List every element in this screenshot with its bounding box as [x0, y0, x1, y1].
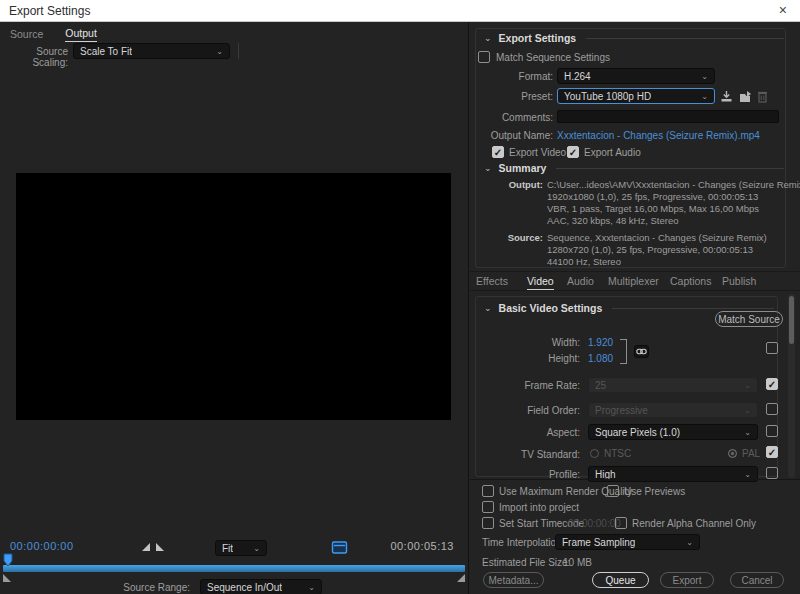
range-end-handle[interactable]	[457, 574, 465, 582]
source-scaling-dropdown[interactable]: Scale To Fit ⌄	[73, 43, 230, 59]
output-name-link[interactable]: Xxxtentacion - Changes (Seizure Remix).m…	[557, 130, 760, 141]
chevron-down-icon: ⌄	[744, 428, 751, 437]
save-preset-icon[interactable]	[720, 90, 733, 105]
width-height-checkbox[interactable]	[766, 342, 778, 354]
frame-rate-value: 25	[595, 380, 606, 391]
chevron-down-icon: ⌄	[686, 538, 693, 547]
preset-dropdown[interactable]: YouTube 1080p HD ⌄	[557, 88, 715, 104]
match-source-button[interactable]: Match Source	[715, 311, 783, 327]
chevron-down-icon: ⌄	[701, 92, 708, 101]
in-out-markers	[142, 543, 164, 551]
summary-line: VBR, 1 pass, Target 16,00 Mbps, Max 16,0…	[547, 203, 800, 215]
profile-checkbox[interactable]	[766, 467, 778, 479]
current-timecode[interactable]: 00:00:00:00	[10, 540, 74, 552]
set-start-timecode-checkbox[interactable]	[482, 517, 494, 529]
pal-radio-group[interactable]: PAL	[728, 448, 760, 459]
tab-captions[interactable]: Captions	[670, 275, 711, 289]
estimated-file-size-value: 10 MB	[563, 557, 592, 568]
export-audio-label: Export Audio	[584, 147, 641, 158]
field-order-checkbox[interactable]	[766, 403, 778, 415]
tab-source[interactable]: Source	[10, 28, 43, 42]
summary-line: 44100 Hz, Stereo	[547, 256, 767, 268]
format-label: Format:	[475, 71, 553, 82]
preview-panel: Source Output Source Scaling: Scale To F…	[0, 22, 469, 594]
chevron-down-icon: ⌄	[216, 47, 223, 56]
export-button[interactable]: Export	[660, 572, 714, 588]
width-value[interactable]: 1.920	[588, 337, 613, 348]
dimension-bracket	[620, 339, 627, 364]
close-icon[interactable]: ×	[779, 2, 787, 18]
window-title: Export Settings	[9, 4, 90, 18]
tab-output[interactable]: Output	[65, 27, 97, 42]
ntsc-radio[interactable]	[590, 449, 599, 458]
comments-input[interactable]	[557, 110, 779, 123]
header-rule	[612, 308, 774, 309]
collapse-icon[interactable]: ⌄	[484, 33, 492, 43]
field-order-label: Field Order:	[500, 405, 580, 416]
match-sequence-label: Match Sequence Settings	[496, 52, 610, 63]
render-alpha-checkbox[interactable]	[615, 517, 627, 529]
tab-multiplexer[interactable]: Multiplexer	[608, 275, 659, 289]
collapse-icon[interactable]: ⌄	[484, 163, 492, 173]
tab-video[interactable]: Video	[527, 275, 554, 290]
summary-line: 1280x720 (1,0), 25 fps, Progressive, 00:…	[547, 244, 767, 256]
basic-video-settings-title: Basic Video Settings	[499, 302, 603, 314]
frame-rate-checkbox[interactable]	[766, 378, 778, 390]
collapse-icon[interactable]: ⌄	[484, 303, 492, 313]
summary-output-label: Output:	[475, 179, 543, 190]
link-dimensions-toggle[interactable]	[634, 345, 649, 358]
delete-preset-icon[interactable]	[757, 90, 768, 105]
timeline-scrubber[interactable]	[3, 565, 465, 572]
use-previews-label: Use Previews	[624, 486, 685, 497]
source-range-dropdown[interactable]: Sequence In/Out ⌄	[200, 579, 322, 594]
ntsc-radio-group[interactable]: NTSC	[590, 448, 631, 459]
time-interpolation-value: Frame Sampling	[562, 537, 635, 548]
summary-source-label: Source:	[475, 232, 543, 243]
chevron-down-icon: ⌄	[744, 470, 751, 479]
use-max-render-checkbox[interactable]	[482, 485, 494, 497]
time-interpolation-label: Time Interpolation:	[482, 537, 564, 548]
cancel-button[interactable]: Cancel	[730, 572, 784, 588]
set-out-point-icon[interactable]	[156, 543, 164, 551]
frame-rate-label: Frame Rate:	[500, 380, 580, 391]
metadata-button[interactable]: Metadata...	[483, 572, 544, 588]
time-interpolation-dropdown[interactable]: Frame Sampling ⌄	[555, 534, 700, 550]
start-timecode-value: 00:00:00:00	[568, 518, 621, 529]
aspect-dropdown[interactable]: Square Pixels (1.0) ⌄	[588, 424, 758, 440]
aspect-checkbox[interactable]	[766, 425, 778, 437]
scrollbar-thumb[interactable]	[789, 296, 794, 344]
divider	[470, 479, 800, 480]
preset-value: YouTube 1080p HD	[564, 91, 651, 102]
comments-label: Comments:	[475, 112, 553, 123]
render-alpha-label: Render Alpha Channel Only	[632, 518, 756, 529]
summary-line: 1920x1080 (1,0), 25 fps, Progressive, 00…	[547, 191, 800, 203]
zoom-level-dropdown[interactable]: Fit ⌄	[215, 540, 267, 556]
aspect-label: Aspect:	[500, 427, 580, 438]
summary-line: Sequence, Xxxtentacion - Changes (Seizur…	[547, 232, 767, 244]
source-range-value: Sequence In/Out	[207, 582, 282, 593]
export-audio-checkbox[interactable]	[567, 146, 579, 158]
divider	[470, 271, 800, 272]
export-settings-title: Export Settings	[499, 32, 577, 44]
playhead[interactable]	[2, 553, 14, 570]
divider	[470, 290, 800, 291]
tv-standard-label: TV Standard:	[500, 449, 580, 460]
import-preset-icon[interactable]	[738, 90, 752, 105]
profile-value: High	[595, 469, 616, 480]
pal-radio[interactable]	[728, 449, 737, 458]
format-dropdown[interactable]: H.264 ⌄	[557, 68, 715, 84]
import-into-project-checkbox[interactable]	[482, 501, 494, 513]
set-in-point-icon[interactable]	[142, 543, 150, 551]
settings-scrollbar[interactable]	[788, 294, 795, 478]
use-previews-checkbox[interactable]	[607, 485, 619, 497]
export-video-checkbox[interactable]	[492, 146, 504, 158]
tab-effects[interactable]: Effects	[476, 275, 508, 289]
match-sequence-checkbox[interactable]	[478, 51, 490, 63]
height-value[interactable]: 1.080	[588, 353, 613, 364]
tab-audio[interactable]: Audio	[567, 275, 594, 289]
queue-button[interactable]: Queue	[592, 572, 649, 588]
tab-publish[interactable]: Publish	[722, 275, 756, 289]
crop-output-icon[interactable]	[331, 540, 348, 557]
tv-standard-checkbox[interactable]	[766, 446, 778, 458]
range-start-handle[interactable]	[3, 574, 11, 582]
